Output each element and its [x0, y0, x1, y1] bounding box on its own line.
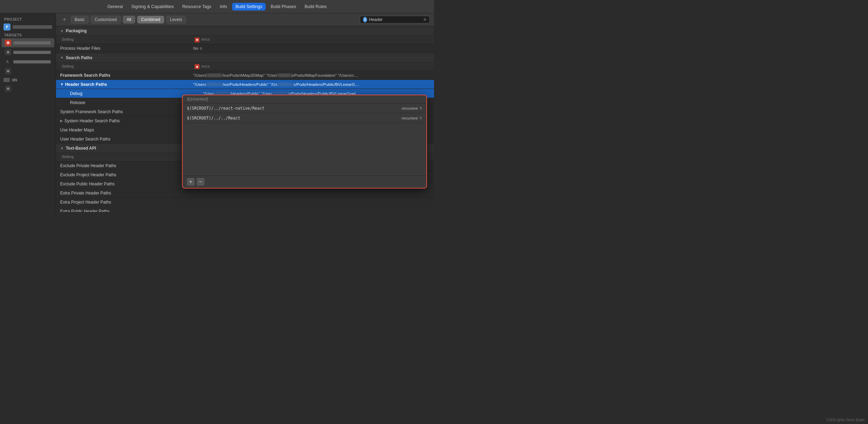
all-button[interactable]: All	[123, 16, 135, 23]
svg-point-0	[7, 41, 9, 44]
search-icon: S	[363, 17, 367, 22]
target-item-3[interactable]: A	[1, 57, 54, 66]
packaging-title: Packaging	[66, 28, 87, 33]
target-icon-diamond-3	[5, 86, 11, 92]
packaging-col-header: Setting ◆ mrcs	[56, 36, 434, 44]
top-nav: General Signing & Capabilities Resource …	[0, 0, 434, 13]
sts-item[interactable]: sts	[0, 76, 56, 84]
target-label-bar	[13, 41, 51, 45]
target-icon-diamond	[5, 49, 11, 55]
target-label-bar-3	[13, 60, 51, 63]
project-label-bar	[13, 25, 52, 29]
excl-project-name: Exclude Project Header Paths	[60, 172, 193, 177]
popup-inherited-label: $(inherited)	[183, 95, 426, 103]
col-setting-label-sp: Setting	[60, 63, 193, 70]
packaging-section-header[interactable]: ▼ Packaging	[56, 26, 434, 36]
sidebar: PROJECT P TARGETS A	[0, 13, 56, 212]
settings-area: ▼ Packaging Setting ◆ mrcs Process Heade…	[56, 26, 434, 212]
nav-resource-tags[interactable]: Resource Tags	[179, 3, 215, 11]
svg-rect-1	[7, 51, 9, 54]
content-area: + Basic Customized All Combined Levels S…	[56, 13, 434, 212]
packaging-chevron: ▼	[60, 29, 64, 33]
text-based-api-title: Text-Based API	[66, 146, 96, 151]
target-icon-diamond-2	[5, 68, 11, 74]
svg-rect-4	[7, 87, 9, 90]
basic-button[interactable]: Basic	[71, 16, 89, 23]
nav-general[interactable]: General	[104, 3, 126, 11]
extra-private-row[interactable]: Extra Private Header Paths	[56, 189, 434, 198]
extra-public-name: Extra Public Header Paths	[60, 209, 193, 212]
header-search-name: ▼ Header Search Paths	[60, 82, 193, 87]
header-search-paths-row[interactable]: ▼ Header Search Paths "/Usersxxxxxxxx/io…	[56, 80, 434, 89]
user-header-name: User Header Search Paths	[60, 137, 193, 142]
popup-overlay: $(inherited) $(SRCROOT)/../react-native/…	[182, 95, 427, 189]
popup-add-button[interactable]: +	[187, 178, 195, 186]
framework-search-paths-row[interactable]: Framework Search Paths "/Usersxxxxxxxx/i…	[56, 71, 434, 80]
project-item[interactable]: P	[0, 22, 56, 32]
process-header-files-row[interactable]: Process Header Files No ⇅	[56, 44, 434, 53]
extra-public-row[interactable]: Extra Public Header Paths	[56, 207, 434, 212]
framework-search-name: Framework Search Paths	[60, 73, 193, 78]
excl-public-name: Exclude Public Header Paths	[60, 182, 193, 186]
svg-text:A: A	[6, 60, 9, 64]
project-section-label: PROJECT	[0, 16, 56, 22]
nav-build-phases[interactable]: Build Phases	[267, 3, 300, 11]
col-setting-label: Setting	[60, 36, 193, 43]
process-header-value: No ⇅	[193, 46, 360, 50]
popup-row-1[interactable]: $(SRCROOT)/../react-native/React recursi…	[183, 103, 426, 113]
extra-project-row[interactable]: Extra Project Header Paths	[56, 198, 434, 207]
search-paths-section-header[interactable]: ▼ Search Paths	[56, 53, 434, 63]
target-item-2[interactable]	[1, 48, 54, 57]
mrcs-icon-sp: ◆	[195, 64, 200, 69]
search-clear-icon[interactable]: ✕	[423, 17, 427, 22]
search-paths-chevron: ▼	[60, 56, 64, 60]
framework-search-value: "/Usersxxxxxxxx/ios/Pods/AMap3DMap" "/Us…	[193, 73, 360, 77]
targets-section-label: TARGETS	[0, 32, 56, 38]
nav-info[interactable]: Info	[216, 3, 231, 11]
col-mrcs-label: ◆ mrcs	[193, 36, 360, 43]
project-icon: P	[4, 23, 10, 30]
target-label-bar-2	[13, 51, 51, 54]
search-paths-col-header: Setting ◆ mrcs	[56, 63, 434, 71]
popup-path-1: $(SRCROOT)/../react-native/React	[187, 106, 366, 111]
use-header-maps-name: Use Header Maps	[60, 128, 193, 132]
popup-recursive-2: recursive ⇅	[366, 116, 422, 120]
search-input[interactable]	[369, 17, 421, 22]
target-item-4[interactable]	[1, 67, 54, 76]
text-based-api-chevron: ▼	[60, 146, 64, 150]
svg-rect-3	[7, 70, 9, 73]
add-button[interactable]: +	[60, 15, 69, 24]
extra-project-name: Extra Project Header Paths	[60, 200, 193, 205]
target-item-5[interactable]	[1, 84, 54, 93]
nav-signing[interactable]: Signing & Capabilities	[128, 3, 177, 11]
nav-build-settings[interactable]: Build Settings	[232, 3, 266, 11]
popup-footer: + −	[183, 176, 426, 188]
search-box: S ✕	[360, 16, 430, 23]
system-header-name: ▶ System Header Search Paths	[60, 118, 193, 123]
popup-row-2[interactable]: $(SRCROOT)/../../React recursive ⇅	[183, 113, 426, 123]
popup-empty-area	[183, 123, 426, 176]
col-mrcs-label-sp: ◆ mrcs	[193, 63, 360, 70]
customized-button[interactable]: Customized	[91, 16, 120, 23]
header-search-value: "/Usersxxxxxxxx/ios/Pods/Headers/Public"…	[193, 82, 360, 87]
system-framework-name: System Framework Search Paths	[60, 109, 193, 114]
popup-recursive-1: recursive ⇅	[366, 106, 422, 110]
target-icon-a: A	[5, 59, 11, 65]
sts-label: sts	[12, 77, 17, 82]
extra-private-name: Extra Private Header Paths	[60, 191, 193, 196]
col-empty-sp	[360, 63, 430, 70]
col-empty	[360, 36, 430, 43]
nav-build-rules[interactable]: Build Rules	[301, 3, 330, 11]
popup-path-2: $(SRCROOT)/../../React	[187, 116, 366, 121]
toolbar: + Basic Customized All Combined Levels S…	[56, 13, 434, 26]
excl-private-name: Exclude Private Header Paths	[60, 163, 193, 168]
target-item-main[interactable]	[1, 38, 54, 47]
target-icon-red	[5, 40, 11, 46]
popup-remove-button[interactable]: −	[197, 178, 204, 186]
levels-button[interactable]: Levels	[166, 16, 186, 23]
mrcs-icon-pkg: ◆	[195, 37, 200, 42]
col-setting-tba: Setting	[60, 154, 193, 160]
process-header-name: Process Header Files	[60, 46, 193, 51]
combined-button[interactable]: Combined	[137, 16, 164, 23]
search-paths-title: Search Paths	[66, 55, 92, 60]
